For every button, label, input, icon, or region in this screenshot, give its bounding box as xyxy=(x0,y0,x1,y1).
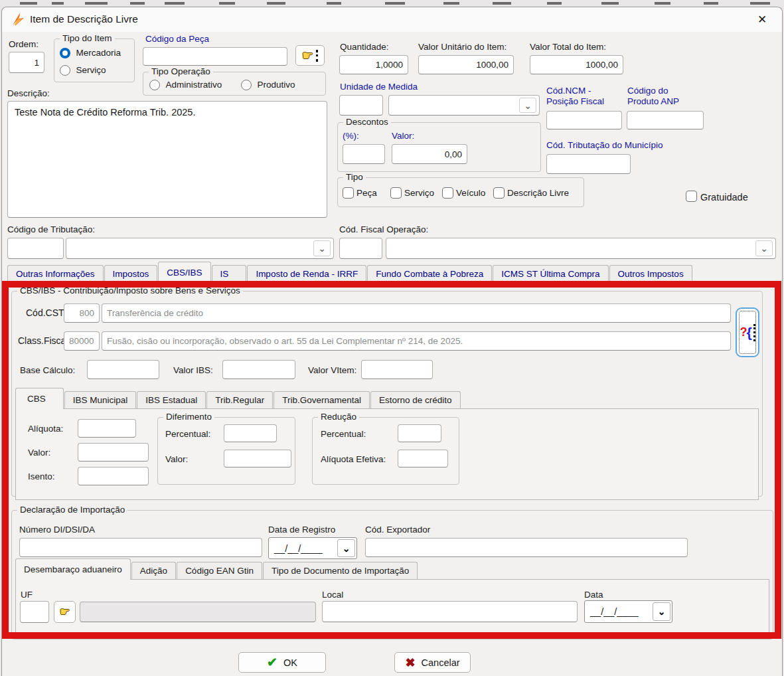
subtab-ibs-municipal[interactable]: IBS Municipal xyxy=(64,391,137,409)
cancel-button[interactable]: ✖ Cancelar xyxy=(394,652,471,673)
unidade-medida-combo[interactable]: ⌄ xyxy=(388,95,540,116)
local-input[interactable] xyxy=(322,601,578,622)
tab-impostos[interactable]: Impostos xyxy=(104,265,158,283)
isento-input[interactable] xyxy=(78,467,149,485)
unidade-medida-code-input[interactable] xyxy=(339,95,383,116)
checkbox-servico[interactable] xyxy=(390,187,402,199)
close-button[interactable]: ✕ xyxy=(747,9,777,31)
data-registro-mask: __/__/____ xyxy=(270,543,337,554)
checkbox-veiculo-label[interactable]: Veículo xyxy=(456,188,485,198)
valor-input[interactable] xyxy=(78,443,149,462)
tipo-group: Tipo Peça Serviço Veículo Descrição Livr… xyxy=(337,177,584,207)
checkbox-peca-label[interactable]: Peça xyxy=(356,188,377,198)
valor-vitem-input[interactable] xyxy=(361,360,433,379)
subtab-estorno-credito[interactable]: Estorno de crédito xyxy=(370,391,461,409)
importacao-subtab-bar: Desembaraço aduaneiro Adição Código EAN … xyxy=(15,559,418,580)
isento-label: Isento: xyxy=(28,471,55,481)
desconto-pct-input[interactable] xyxy=(343,144,385,164)
checkbox-descricao-livre[interactable] xyxy=(493,187,505,199)
codigo-tributacao-combo[interactable]: ⌄ xyxy=(66,238,334,259)
tab-outros-impostos[interactable]: Outros Impostos xyxy=(609,265,692,283)
reducao-percentual-input[interactable] xyxy=(398,424,441,442)
anp-input[interactable] xyxy=(627,111,704,129)
tab-fundo-combate-pobreza[interactable]: Fundo Combate à Pobreza xyxy=(367,265,492,283)
data-registro-datepicker[interactable]: __/__/____ ⌄ xyxy=(268,537,357,559)
browse-hand-icon: ☛ xyxy=(60,606,70,618)
valor-vitem-label: Valor VItem: xyxy=(308,365,356,375)
subtab-desembaraco[interactable]: Desembaraço aduaneiro xyxy=(15,558,131,580)
uf-browse-button[interactable]: ☛ xyxy=(54,601,76,623)
radio-mercadoria[interactable]: Mercadoria xyxy=(60,46,121,58)
desconto-valor-input[interactable] xyxy=(392,144,467,164)
tab-icms-st-ultima-compra[interactable]: ICMS ST Última Compra xyxy=(493,265,608,283)
diferimento-legend: Diferimento xyxy=(163,412,214,422)
tipo-item-legend: Tipo do Item xyxy=(60,33,115,43)
cod-exportador-input[interactable] xyxy=(365,538,688,557)
radio-mercadoria-dot xyxy=(60,48,70,58)
radio-servico[interactable]: Serviço xyxy=(60,64,106,76)
valor-ibs-input[interactable] xyxy=(222,360,295,379)
data-registro-dropdown-icon[interactable]: ⌄ xyxy=(337,539,355,557)
radio-servico-label[interactable]: Serviço xyxy=(76,65,106,75)
descricao-textarea[interactable]: Teste Nota de Crédito Reforma Trib. 2025… xyxy=(7,101,327,218)
screen: Item de Descrição Livre ✕ Ordem: Tipo do… xyxy=(0,0,784,676)
checkbox-servico-label[interactable]: Serviço xyxy=(404,188,434,198)
radio-produtivo[interactable]: Produtivo xyxy=(241,78,295,90)
radio-administrativo[interactable]: Administrativo xyxy=(149,78,222,90)
subtab-adicao[interactable]: Adição xyxy=(131,562,176,580)
numero-di-input[interactable] xyxy=(19,538,262,557)
class-fiscal-code-input[interactable] xyxy=(64,331,100,351)
valor-unitario-input[interactable] xyxy=(418,55,514,74)
reducao-percentual-label: Percentual: xyxy=(321,429,366,439)
subtab-trib-governamental[interactable]: Trib.Governamental xyxy=(274,391,370,409)
reducao-group: Redução Percentual: Alíquota Efetiva: xyxy=(312,417,459,485)
numero-di-label: Número DI/DSI/DA xyxy=(19,525,95,535)
cod-fiscal-combo[interactable]: ⌄ xyxy=(386,238,776,259)
checkbox-gratuidade-label[interactable]: Gratuidade xyxy=(700,192,748,203)
trib-municipio-input[interactable] xyxy=(546,154,631,174)
radio-produtivo-label[interactable]: Produtivo xyxy=(257,80,295,90)
cod-fiscal-code-input[interactable] xyxy=(339,238,382,259)
base-calculo-input[interactable] xyxy=(87,360,159,379)
tipo-operacao-group: Tipo Operação Administrativo Produtivo xyxy=(143,72,326,96)
tipo-operacao-legend: Tipo Operação xyxy=(149,66,213,76)
help-button[interactable]: ?{ xyxy=(736,307,759,357)
subtab-tipo-documento[interactable]: Tipo de Documento de Importação xyxy=(263,562,418,580)
class-fiscal-label: Class.Fiscal: xyxy=(18,335,70,346)
dialog-item-descricao-livre: Item de Descrição Livre ✕ Ordem: Tipo do… xyxy=(1,7,783,676)
ordem-input[interactable] xyxy=(9,52,44,73)
aliquota-input[interactable] xyxy=(78,419,136,438)
aliquota-efetiva-input[interactable] xyxy=(398,450,448,467)
aliquota-label: Alíquota: xyxy=(28,424,63,434)
data-dropdown-icon[interactable]: ⌄ xyxy=(653,602,670,621)
tab-outras-informacoes[interactable]: Outras Informações xyxy=(7,265,104,283)
checkbox-veiculo[interactable] xyxy=(442,187,453,199)
tab-is[interactable]: IS xyxy=(212,265,247,283)
codigo-peca-input[interactable] xyxy=(143,47,287,66)
data-datepicker[interactable]: __/__/____ ⌄ xyxy=(584,600,672,623)
help-dots-icon xyxy=(753,324,755,341)
valor-total-input[interactable] xyxy=(530,55,623,74)
subtab-ean-gtin[interactable]: Código EAN Gtin xyxy=(177,562,262,580)
subtab-trib-regular[interactable]: Trib.Regular xyxy=(206,391,273,409)
codigo-tributacao-code-input[interactable] xyxy=(7,238,64,259)
quantidade-input[interactable] xyxy=(339,55,408,74)
codigo-peca-browse-button[interactable]: ☛ xyxy=(295,45,325,66)
radio-mercadoria-label[interactable]: Mercadoria xyxy=(76,48,121,58)
tab-irrf[interactable]: Imposto de Renda - IRRF xyxy=(247,265,366,283)
ncm-input[interactable] xyxy=(546,111,622,129)
cst-code-input[interactable] xyxy=(64,303,100,323)
tab-cbs-ibs[interactable]: CBS/IBS xyxy=(158,262,210,283)
uf-input[interactable] xyxy=(20,601,49,623)
subtab-cbs[interactable]: CBS xyxy=(15,388,64,409)
checkbox-gratuidade[interactable] xyxy=(686,191,697,202)
ok-button[interactable]: ✔ OK xyxy=(238,652,326,673)
diferimento-percentual-input[interactable] xyxy=(224,424,277,442)
checkbox-peca[interactable] xyxy=(343,187,354,199)
checkbox-descricao-livre-label[interactable]: Descrição Livre xyxy=(507,188,569,198)
valor-total-label: Valor Total do Item: xyxy=(530,42,606,52)
diferimento-valor-input[interactable] xyxy=(224,450,291,467)
radio-administrativo-label[interactable]: Administrativo xyxy=(165,80,222,90)
subtab-ibs-estadual[interactable]: IBS Estadual xyxy=(137,391,206,409)
radio-servico-dot xyxy=(60,65,70,76)
